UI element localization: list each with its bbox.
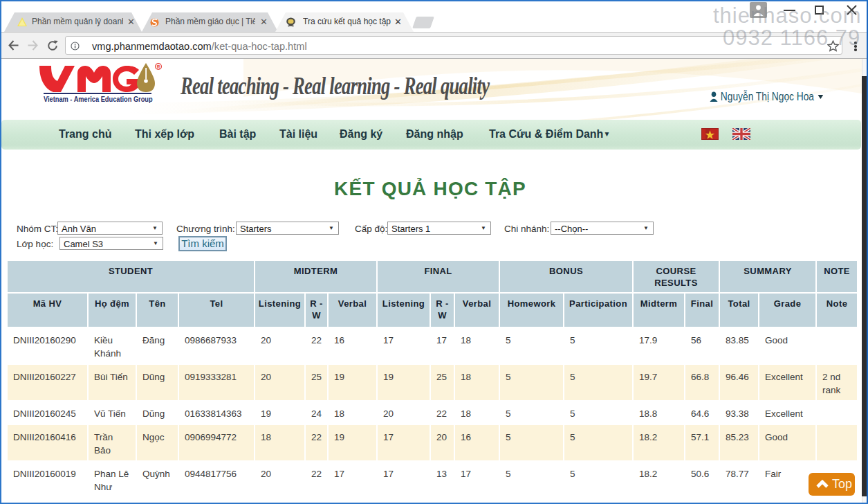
svg-text:R: R [157,64,160,69]
